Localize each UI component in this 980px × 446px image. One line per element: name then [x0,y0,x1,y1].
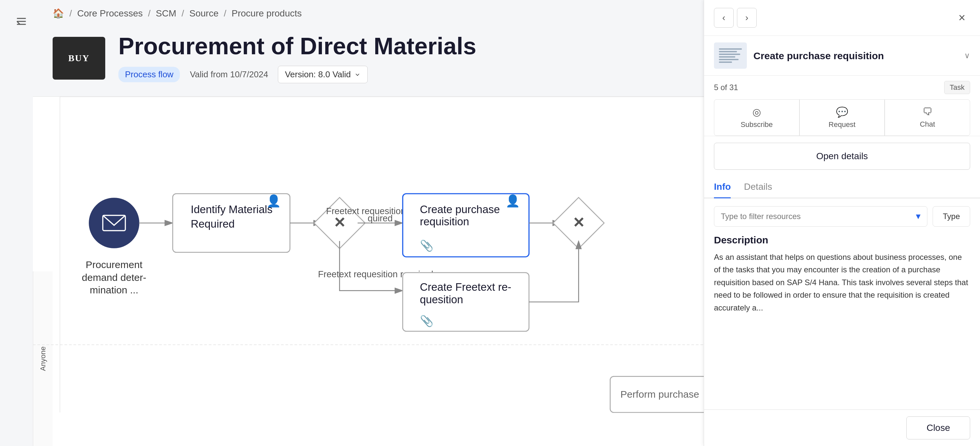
subscribe-button[interactable]: ◎ Subscribe [714,99,799,136]
panel-counter-text: 5 of 31 [714,83,738,92]
subscribe-label: Subscribe [741,120,773,129]
svg-text:mination ...: mination ... [90,285,138,295]
svg-text:Create Freetext re-: Create Freetext re- [420,281,511,293]
panel-card-thumbnail [714,42,747,69]
svg-text:Perform purchase: Perform purchase [620,389,699,400]
panel-header: ‹ › × [704,0,980,36]
filter-icon: ▼ [914,212,922,221]
sidebar-toggle[interactable] [13,13,30,30]
filter-input[interactable] [714,206,928,227]
breadcrumb-source[interactable]: Source [189,8,219,19]
panel-bottom: Close [704,409,980,446]
chat-button[interactable]: 🗨 Chat [885,99,970,136]
description-text: As an assistant that helps on questions … [714,251,970,314]
breadcrumb-procure[interactable]: Procure products [232,8,302,19]
request-button[interactable]: 💬 Request [799,99,885,136]
open-details-button[interactable]: Open details [714,143,970,170]
svg-text:Identify Materials: Identify Materials [191,203,273,215]
page-meta: Process flow Valid from 10/7/2024 Versio… [118,66,476,83]
panel-next-button[interactable]: › [737,8,757,28]
valid-date: Valid from 10/7/2024 [190,69,268,80]
filter-input-wrap: ▼ [714,206,928,227]
panel-card-title: Create purchase requisition [753,49,958,62]
svg-text:📎: 📎 [420,314,434,328]
chat-label: Chat [920,120,935,129]
svg-text:Procurement: Procurement [86,259,143,270]
tab-info[interactable]: Info [714,176,731,198]
svg-text:✕: ✕ [334,215,346,231]
request-label: Request [829,120,856,129]
panel-prev-button[interactable]: ‹ [714,8,734,28]
page-title: Procurement of Direct Materials [118,33,476,59]
panel-actions: ◎ Subscribe 💬 Request 🗨 Chat [704,99,980,136]
panel-card-chevron[interactable]: ∨ [964,51,970,60]
version-dropdown[interactable]: Version: 8.0 Valid [278,66,368,83]
svg-text:quesition: quesition [420,293,463,306]
svg-text:👤: 👤 [506,194,520,208]
thumbnail-text: BUY [68,53,89,64]
svg-text:quired: quired [368,213,393,223]
description-title: Description [714,234,970,246]
breadcrumb-home[interactable]: 🏠 [52,8,64,19]
svg-point-7 [89,198,139,248]
svg-text:Required: Required [191,218,235,230]
svg-text:Create purchase: Create purchase [420,203,500,215]
panel-tabs: Info Details [704,176,980,198]
svg-text:demand deter-: demand deter- [82,272,146,283]
type-button[interactable]: Type [933,206,970,227]
breadcrumb-core-processes[interactable]: Core Processes [77,8,143,19]
right-panel: ‹ › × Create purchase requisition ∨ 5 of… [704,0,980,446]
request-icon: 💬 [836,106,848,118]
description-section: Description As an assistant that helps o… [704,227,980,409]
svg-text:✕: ✕ [573,215,585,231]
panel-nav: ‹ › [714,8,757,28]
close-button[interactable]: Close [906,416,970,440]
svg-text:requisition: requisition [420,215,469,228]
svg-text:📎: 📎 [420,239,434,252]
tab-details[interactable]: Details [744,176,772,198]
process-flow-badge: Process flow [118,67,180,82]
chat-icon: 🗨 [923,106,932,118]
subscribe-icon: ◎ [752,106,761,118]
panel-task-badge: Task [944,81,970,94]
panel-close-button[interactable]: × [954,10,970,26]
breadcrumb-scm[interactable]: SCM [156,8,176,19]
page-thumbnail: BUY [52,37,105,80]
filter-row: ▼ Type [704,198,980,227]
panel-counter: 5 of 31 Task [704,76,980,99]
panel-card: Create purchase requisition ∨ [704,36,980,76]
page-title-area: Procurement of Direct Materials Process … [118,33,476,83]
